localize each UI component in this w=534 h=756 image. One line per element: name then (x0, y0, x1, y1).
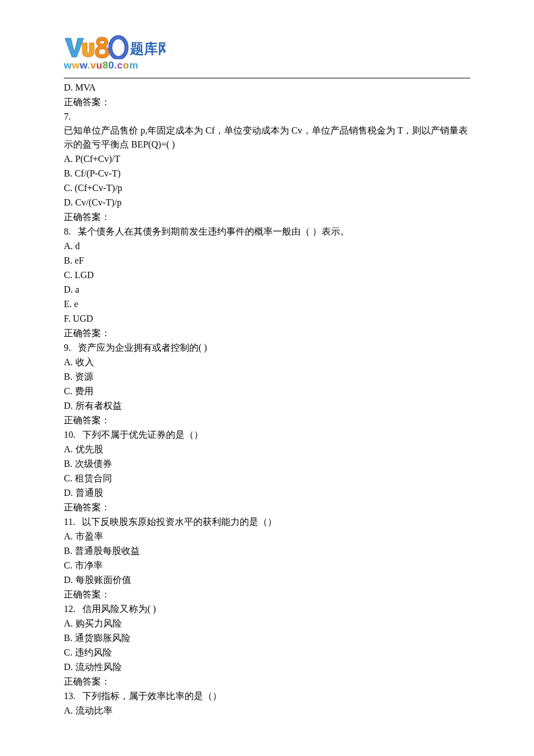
q13-option-a: A. 流动比率 (64, 704, 470, 718)
q12-option-c: C. 违约风险 (64, 646, 470, 660)
q10-answer-label: 正确答案： (64, 501, 470, 514)
q8-option-a: A. d (64, 239, 470, 253)
header-divider (64, 78, 470, 78)
q11-option-b: B. 普通股每股收益 (64, 544, 470, 558)
q7-option-c: C. (Cf+Cv-T)/p (64, 181, 470, 195)
q11-answer-label: 正确答案： (64, 588, 470, 602)
q9-option-d: D. 所有者权益 (64, 399, 470, 413)
q7-option-d: D. Cv/(Cv-T)/p (64, 196, 470, 210)
q12-question: 12. 信用风险又称为( ) (64, 602, 470, 616)
site-url: www.vu80.com (64, 58, 470, 73)
q11-question: 11. 以下反映股东原始投资水平的获利能力的是（） (64, 515, 470, 529)
q8-answer-label: 正确答案： (64, 326, 470, 340)
question-content: D. MVA 正确答案： 7. 已知单位产品售价 p,年固定成本为 Cf，单位变… (64, 81, 470, 718)
q10-question: 10. 下列不属于优先证券的是（） (64, 428, 470, 442)
q9-question: 9. 资产应为企业拥有或者控制的( ) (64, 341, 470, 355)
q8-option-c: C. LGD (64, 268, 470, 282)
q12-option-b: B. 通货膨胀风险 (64, 631, 470, 645)
q11-option-d: D. 每股账面价值 (64, 573, 470, 587)
svg-point-1 (110, 37, 127, 58)
q6-answer-label: 正确答案： (64, 95, 470, 109)
q10-option-b: B. 次级债券 (64, 457, 470, 471)
q9-answer-label: 正确答案： (64, 413, 470, 427)
q8-option-d: D. a (64, 283, 470, 297)
q12-option-d: D. 流动性风险 (64, 660, 470, 674)
q10-option-c: C. 租赁合同 (64, 471, 470, 485)
q8-option-f: F. UGD (64, 312, 470, 326)
q12-option-a: A. 购买力风险 (64, 617, 470, 631)
q11-option-c: C. 市净率 (64, 559, 470, 573)
q9-option-b: B. 资源 (64, 370, 470, 384)
q8-option-b: B. eF (64, 254, 470, 268)
q8-question: 8. 某个债务人在其债务到期前发生违约事件的概率一般由（ ）表示。 (64, 225, 470, 239)
vu80-logo-icon: 题库网 (64, 35, 165, 59)
q9-option-a: A. 收入 (64, 355, 470, 369)
svg-text:题库网: 题库网 (129, 41, 165, 56)
q10-option-a: A. 优先股 (64, 442, 470, 456)
q13-question: 13. 下列指标，属于效率比率的是（） (64, 689, 470, 703)
q12-answer-label: 正确答案： (64, 675, 470, 689)
site-logo: 题库网 www.vu80.com (64, 35, 470, 73)
q7-option-a: A. P(Cf+Cv)/T (64, 152, 470, 166)
q11-option-a: A. 市盈率 (64, 530, 470, 543)
q7-question: 7. 已知单位产品售价 p,年固定成本为 Cf，单位变动成本为 Cv，单位产品销… (64, 110, 470, 152)
q8-option-e: E. e (64, 297, 470, 311)
q7-option-b: B. Cf/(P-Cv-T) (64, 167, 470, 181)
q7-answer-label: 正确答案： (64, 210, 470, 224)
q6-option-d: D. MVA (64, 81, 470, 95)
q9-option-c: C. 费用 (64, 384, 470, 398)
q10-option-d: D. 普通股 (64, 486, 470, 500)
